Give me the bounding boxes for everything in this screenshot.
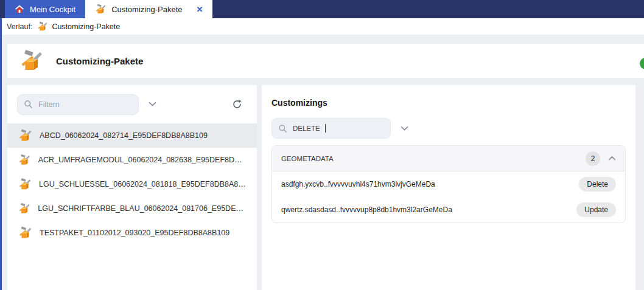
page-title: Customizing-Pakete	[56, 56, 143, 66]
list-item-label: ACR_UMFRAGEMODUL_06062024_082638_E95DEF8…	[38, 156, 246, 164]
tools-icon	[19, 49, 43, 72]
search-icon	[278, 124, 287, 133]
history-label: Verlauf:	[7, 22, 32, 31]
home-icon	[15, 4, 24, 14]
list-item-label: LGU_SCHRIFTFARBE_BLAU_06062024_081706_E9…	[38, 204, 246, 213]
filter-row	[7, 85, 257, 123]
list-item-label: TESTPAKET_01102012_093020_E95DEF8DB8A8B1…	[40, 229, 229, 237]
history-bar: Verlauf: Customizing-Pakete	[2, 18, 644, 35]
customizings-panel: Customizings GEOMETADATA 2 asdfgh.yxcvb.…	[262, 85, 635, 290]
geometadata-section-header[interactable]: GEOMETADATA 2	[272, 146, 625, 171]
history-link-customizing-pakete[interactable]: Customizing-Pakete	[37, 21, 120, 32]
tab-label: Mein Cockpit	[30, 5, 75, 14]
tools-icon	[37, 21, 47, 32]
tab-mein-cockpit[interactable]: Mein Cockpit	[5, 0, 85, 18]
chevron-down-icon	[401, 126, 408, 131]
search-icon	[24, 100, 33, 109]
collapse-toggle[interactable]	[608, 156, 616, 161]
filter-dropdown-toggle[interactable]	[149, 102, 156, 107]
tools-icon	[18, 178, 31, 191]
customizing-row: qwertz.sdasdasd..fvvvvvup8p8db1hvm3l2arG…	[272, 197, 625, 223]
close-icon[interactable]: ✕	[196, 5, 203, 13]
package-list: ABCD_06062024_082714_E95DEF8DB8A8B109 AC…	[7, 123, 257, 245]
customizings-search-row	[271, 118, 635, 139]
refresh-button[interactable]	[232, 99, 242, 109]
customizings-search-input[interactable]	[293, 125, 324, 132]
tab-label: Customizing-Pakete	[111, 5, 182, 14]
delete-button[interactable]: Delete	[579, 177, 616, 192]
count-badge: 2	[586, 151, 600, 166]
list-item-label: ABCD_06062024_082714_E95DEF8DB8A8B109	[40, 131, 208, 140]
chevron-up-icon	[608, 156, 616, 161]
list-item[interactable]: ACR_UMFRAGEMODUL_06062024_082638_E95DEF8…	[7, 148, 257, 172]
customizings-search-field[interactable]	[271, 118, 391, 139]
customizing-row-text: qwertz.sdasdasd..fvvvvvup8p8db1hvm3l2arG…	[281, 205, 452, 214]
list-item-label: LGU_SCHLUESSEL_06062024_081818_E95DEF8DB…	[39, 180, 246, 188]
history-link-label: Customizing-Pakete	[52, 22, 120, 31]
customizing-row: asdfgh.yxcvb..fvvvvvuvhi4s71hvm3lvjvGeMe…	[272, 171, 625, 197]
tab-bar: Mein Cockpit Customizing-Pakete ✕	[0, 0, 644, 18]
update-button[interactable]: Update	[576, 202, 616, 217]
list-item[interactable]: TESTPAKET_01102012_093020_E95DEF8DB8A8B1…	[7, 221, 257, 245]
tools-icon	[18, 153, 30, 167]
filter-field[interactable]	[17, 94, 139, 115]
tools-icon	[18, 202, 30, 215]
tools-icon	[18, 226, 32, 240]
tools-icon	[18, 129, 32, 142]
section-name: GEOMETADATA	[281, 155, 334, 162]
tools-icon	[95, 4, 106, 15]
chevron-down-icon	[149, 102, 156, 107]
window-left-border	[0, 18, 2, 290]
page-header: Customizing-Pakete	[7, 44, 644, 78]
filter-input[interactable]	[38, 100, 132, 109]
customizings-title: Customizings	[271, 98, 635, 108]
customizings-dropdown-toggle[interactable]	[401, 126, 408, 131]
customizing-row-text: asdfgh.yxcvb..fvvvvvuvhi4s71hvm3lvjvGeMe…	[281, 180, 435, 188]
text-caret	[325, 124, 326, 133]
list-item[interactable]: LGU_SCHLUESSEL_06062024_081818_E95DEF8DB…	[7, 172, 257, 196]
list-item[interactable]: ABCD_06062024_082714_E95DEF8DB8A8B109	[7, 123, 257, 148]
refresh-icon	[232, 99, 242, 109]
geometadata-section: GEOMETADATA 2 asdfgh.yxcvb..fvvvvvuvhi4s…	[271, 145, 626, 223]
package-list-panel: ABCD_06062024_082714_E95DEF8DB8A8B109 AC…	[7, 85, 257, 290]
list-item[interactable]: LGU_SCHRIFTFARBE_BLAU_06062024_081706_E9…	[7, 196, 257, 221]
tab-customizing-pakete[interactable]: Customizing-Pakete ✕	[85, 0, 212, 18]
